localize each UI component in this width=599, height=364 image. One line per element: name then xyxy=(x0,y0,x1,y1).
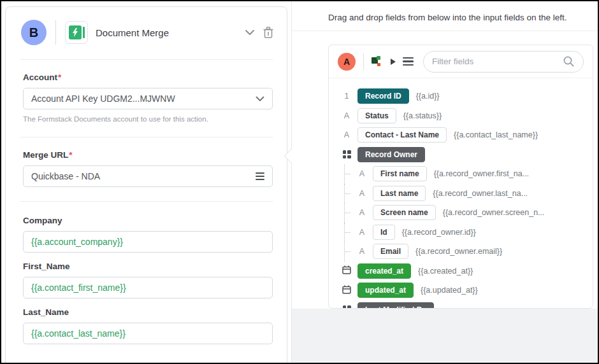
field-pill[interactable]: Last name xyxy=(373,186,426,201)
calendar-icon xyxy=(342,265,352,276)
account-help-text: The Formstack Documents account to use f… xyxy=(23,115,271,123)
required-asterisk: * xyxy=(69,150,72,160)
menu-icon[interactable] xyxy=(256,172,264,180)
field-pill[interactable]: Record ID xyxy=(357,88,409,104)
search-icon xyxy=(563,55,575,67)
first-name-field[interactable] xyxy=(23,277,273,298)
field-token-row: Record Owner xyxy=(338,145,593,165)
last-name-field[interactable] xyxy=(23,323,273,344)
toolbar-divider xyxy=(363,53,364,70)
calendar-icon xyxy=(342,285,352,296)
field-pill[interactable]: First name xyxy=(373,166,427,181)
field-token-value: {{a.record_owner.first_na... xyxy=(434,169,529,178)
field-pill[interactable]: Record Owner xyxy=(357,147,425,162)
field-token-row: 1 Record ID {{a.id}} xyxy=(338,87,593,106)
source-fields-card: A 1 Record ID {{a.id}} A Status {{a.stat… xyxy=(328,45,593,309)
chevron-down-icon xyxy=(245,29,255,36)
list-menu-icon[interactable] xyxy=(403,57,414,66)
field-pill[interactable]: Contact - Last Name xyxy=(357,127,447,143)
field-type-label: A xyxy=(357,208,367,217)
drag-drop-instruction: Drag and drop fields from below into the… xyxy=(292,1,598,22)
step-title: Document Merge xyxy=(96,27,169,38)
field-pill[interactable]: created_at xyxy=(357,263,411,279)
field-pill[interactable]: updated_at xyxy=(357,283,414,298)
last-name-label: Last_Name xyxy=(23,307,271,317)
field-token-value: {{a.created_at}} xyxy=(418,267,473,276)
trash-icon xyxy=(263,26,274,39)
field-token-value: {{a.updated_at}} xyxy=(421,286,478,295)
company-label: Company xyxy=(23,216,271,225)
mapped-fields-section: Company First_Name Last_Name xyxy=(6,202,287,344)
field-token-row: A Contact - Last Name {{a.contact_last_n… xyxy=(338,125,593,145)
field-token-value: {{a.record_owner.screen_n... xyxy=(443,208,545,217)
account-select[interactable]: Account API Key UDGM2...MJWNW xyxy=(23,88,273,109)
merge-url-input[interactable]: Quickbase - NDA xyxy=(23,165,273,187)
merge-url-section: Merge URL* Quickbase - NDA xyxy=(6,137,287,201)
account-select-value: Account API Key UDGM2...MJWNW xyxy=(31,94,175,104)
field-token-value: {{a.status}} xyxy=(403,111,442,120)
field-token-row: A Id {{a.record_owner.id}} xyxy=(338,223,593,242)
field-type-label: 1 xyxy=(342,92,352,101)
field-type-label: A xyxy=(357,169,367,178)
grid-icon xyxy=(342,150,352,158)
field-token-value: {{a.contact_last_name}} xyxy=(454,130,538,139)
field-mapper-panel: Drag and drop fields from below into the… xyxy=(291,1,598,363)
filter-fields-box[interactable] xyxy=(423,51,584,73)
field-token-row: A First name {{a.record_owner.first_na..… xyxy=(338,164,593,184)
account-section: Account* Account API Key UDGM2...MJWNW T… xyxy=(6,60,287,137)
collapse-step-button[interactable] xyxy=(245,29,255,36)
quickbase-icon xyxy=(372,56,382,67)
field-token-row: updated_at {{a.updated_at}} xyxy=(338,281,593,300)
panel-divider xyxy=(292,31,598,31)
expand-arrow-icon[interactable] xyxy=(391,59,396,65)
step-badge: B xyxy=(21,20,47,45)
company-input[interactable] xyxy=(31,237,264,247)
field-type-label: A xyxy=(357,247,367,256)
field-pill[interactable]: Last Modified By xyxy=(357,302,434,309)
delete-step-button[interactable] xyxy=(263,26,274,39)
field-pill[interactable]: Email xyxy=(373,244,408,259)
field-pill[interactable]: Screen name xyxy=(373,205,436,220)
fields-toolbar: A xyxy=(329,45,593,78)
first-name-input[interactable] xyxy=(31,283,264,293)
field-token-list: 1 Record ID {{a.id}} A Status {{a.status… xyxy=(329,78,593,309)
account-label: Account* xyxy=(23,73,271,82)
field-pill[interactable]: Status xyxy=(357,108,396,123)
field-token-value: {{a.record_owner.last_na... xyxy=(433,189,528,198)
field-type-label: A xyxy=(357,189,367,198)
last-name-input[interactable] xyxy=(31,328,264,339)
field-token-row: A Email {{a.record_owner.email}} xyxy=(338,242,593,262)
field-token-row: A Status {{a.status}} xyxy=(338,106,593,126)
field-type-label: A xyxy=(342,111,352,120)
field-token-row: A Screen name {{a.record_owner.screen_n.… xyxy=(338,203,593,223)
first-name-label: First_Name xyxy=(23,262,271,271)
field-type-label: A xyxy=(357,228,367,237)
merge-url-value: Quickbase - NDA xyxy=(31,171,100,181)
required-asterisk: * xyxy=(58,73,61,82)
panel-background xyxy=(292,309,598,363)
header-divider xyxy=(55,20,56,45)
chevron-down-icon xyxy=(256,96,264,102)
field-type-label: A xyxy=(342,130,352,139)
workflow-step-config-screen: B Document Merge xyxy=(0,0,599,364)
field-token-value: {{a.record_owner.email}} xyxy=(415,247,502,256)
action-step-card: B Document Merge xyxy=(5,6,287,364)
grid-icon xyxy=(342,305,352,309)
source-step-badge[interactable]: A xyxy=(338,53,356,71)
company-field[interactable] xyxy=(23,231,273,253)
formstack-documents-icon xyxy=(65,21,88,44)
field-token-row: created_at {{a.created_at}} xyxy=(338,262,593,281)
field-token-value: {{a.record_owner.id}} xyxy=(402,228,476,237)
field-token-value: {{a.id}} xyxy=(416,92,440,101)
merge-url-label: Merge URL* xyxy=(23,150,271,160)
step-card-header: B Document Merge xyxy=(6,7,287,45)
field-token-row: Last Modified By xyxy=(338,300,593,309)
field-token-row: A Last name {{a.record_owner.last_na... xyxy=(338,184,593,204)
filter-fields-input[interactable] xyxy=(432,57,563,66)
field-pill[interactable]: Id xyxy=(373,225,395,240)
